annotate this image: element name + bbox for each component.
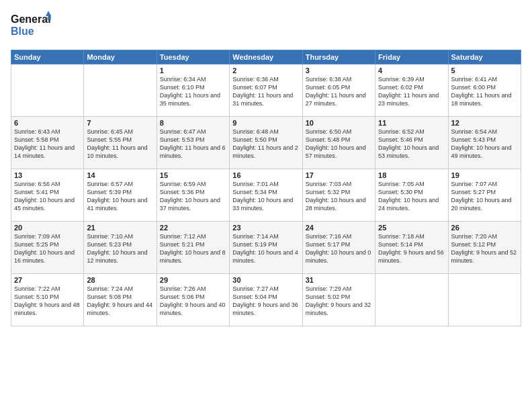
page: General Blue Sunday Monday Tuesday Wedne… xyxy=(0,0,532,411)
col-saturday: Saturday xyxy=(448,50,521,64)
day-info: Sunrise: 7:01 AMSunset: 5:34 PMDaylight:… xyxy=(232,180,299,213)
col-monday: Monday xyxy=(84,50,157,64)
day-cell: 4Sunrise: 6:39 AMSunset: 6:02 PMDaylight… xyxy=(375,64,448,117)
day-cell: 11Sunrise: 6:52 AMSunset: 5:46 PMDayligh… xyxy=(375,117,448,169)
day-cell: 7Sunrise: 6:45 AMSunset: 5:55 PMDaylight… xyxy=(84,117,157,169)
day-info: Sunrise: 6:54 AMSunset: 5:43 PMDaylight:… xyxy=(451,128,518,161)
week-row-1: 1Sunrise: 6:34 AMSunset: 6:10 PMDaylight… xyxy=(11,64,521,117)
day-info: Sunrise: 6:41 AMSunset: 6:00 PMDaylight:… xyxy=(451,75,518,108)
day-cell: 9Sunrise: 6:48 AMSunset: 5:50 PMDaylight… xyxy=(230,117,302,169)
day-cell: 15Sunrise: 6:59 AMSunset: 5:36 PMDayligh… xyxy=(157,169,229,222)
day-cell: 31Sunrise: 7:29 AMSunset: 5:02 PMDayligh… xyxy=(302,274,375,326)
day-number: 5 xyxy=(451,66,518,75)
day-info: Sunrise: 7:27 AMSunset: 5:04 PMDaylight:… xyxy=(232,285,299,318)
calendar-table: Sunday Monday Tuesday Wednesday Thursday… xyxy=(11,50,521,326)
day-cell: 28Sunrise: 7:24 AMSunset: 5:08 PMDayligh… xyxy=(84,274,157,326)
day-info: Sunrise: 6:50 AMSunset: 5:48 PMDaylight:… xyxy=(306,128,372,161)
day-cell: 13Sunrise: 6:56 AMSunset: 5:41 PMDayligh… xyxy=(11,169,84,222)
header: General Blue xyxy=(11,11,521,43)
day-number: 30 xyxy=(232,276,299,284)
header-row: Sunday Monday Tuesday Wednesday Thursday… xyxy=(11,50,521,64)
day-cell: 17Sunrise: 7:03 AMSunset: 5:32 PMDayligh… xyxy=(302,169,375,222)
day-info: Sunrise: 6:57 AMSunset: 5:39 PMDaylight:… xyxy=(87,180,153,213)
day-number: 23 xyxy=(232,224,299,232)
day-number: 12 xyxy=(451,119,518,127)
day-number: 24 xyxy=(306,224,372,232)
col-wednesday: Wednesday xyxy=(230,50,302,64)
logo-icon: General Blue xyxy=(11,11,51,40)
day-info: Sunrise: 7:18 AMSunset: 5:14 PMDaylight:… xyxy=(378,232,445,265)
week-row-3: 13Sunrise: 6:56 AMSunset: 5:41 PMDayligh… xyxy=(11,169,521,222)
day-cell: 23Sunrise: 7:14 AMSunset: 5:19 PMDayligh… xyxy=(230,222,302,274)
day-info: Sunrise: 6:56 AMSunset: 5:41 PMDaylight:… xyxy=(14,180,81,213)
week-row-4: 20Sunrise: 7:09 AMSunset: 5:25 PMDayligh… xyxy=(11,222,521,274)
day-cell: 10Sunrise: 6:50 AMSunset: 5:48 PMDayligh… xyxy=(302,117,375,169)
day-number: 25 xyxy=(378,224,445,232)
day-cell: 6Sunrise: 6:43 AMSunset: 5:58 PMDaylight… xyxy=(11,117,84,169)
day-info: Sunrise: 7:12 AMSunset: 5:21 PMDaylight:… xyxy=(160,232,226,265)
day-cell: 30Sunrise: 7:27 AMSunset: 5:04 PMDayligh… xyxy=(230,274,302,326)
day-info: Sunrise: 7:14 AMSunset: 5:19 PMDaylight:… xyxy=(232,232,299,265)
day-number: 17 xyxy=(306,171,372,179)
day-cell: 12Sunrise: 6:54 AMSunset: 5:43 PMDayligh… xyxy=(448,117,521,169)
day-cell xyxy=(84,64,157,117)
day-cell: 21Sunrise: 7:10 AMSunset: 5:23 PMDayligh… xyxy=(84,222,157,274)
day-cell: 24Sunrise: 7:16 AMSunset: 5:17 PMDayligh… xyxy=(302,222,375,274)
day-number: 8 xyxy=(160,119,226,127)
day-cell: 1Sunrise: 6:34 AMSunset: 6:10 PMDaylight… xyxy=(157,64,229,117)
day-number: 26 xyxy=(451,224,518,232)
day-info: Sunrise: 7:20 AMSunset: 5:12 PMDaylight:… xyxy=(451,232,518,265)
day-number: 2 xyxy=(232,66,299,75)
day-number: 16 xyxy=(232,171,299,179)
day-cell: 16Sunrise: 7:01 AMSunset: 5:34 PMDayligh… xyxy=(230,169,302,222)
day-info: Sunrise: 7:09 AMSunset: 5:25 PMDaylight:… xyxy=(14,232,81,265)
day-cell: 5Sunrise: 6:41 AMSunset: 6:00 PMDaylight… xyxy=(448,64,521,117)
day-cell: 8Sunrise: 6:47 AMSunset: 5:53 PMDaylight… xyxy=(157,117,229,169)
day-number: 22 xyxy=(160,224,226,232)
day-number: 13 xyxy=(14,171,81,179)
day-info: Sunrise: 6:38 AMSunset: 6:05 PMDaylight:… xyxy=(306,75,372,108)
day-number: 19 xyxy=(451,171,518,179)
svg-text:Blue: Blue xyxy=(11,26,34,37)
day-cell xyxy=(448,274,521,326)
day-info: Sunrise: 7:10 AMSunset: 5:23 PMDaylight:… xyxy=(87,232,153,265)
day-number: 28 xyxy=(87,276,153,284)
calendar-body: 1Sunrise: 6:34 AMSunset: 6:10 PMDaylight… xyxy=(11,64,521,326)
day-info: Sunrise: 6:59 AMSunset: 5:36 PMDaylight:… xyxy=(160,180,226,213)
logo: General Blue xyxy=(11,11,51,43)
day-number: 3 xyxy=(306,66,372,75)
day-info: Sunrise: 6:47 AMSunset: 5:53 PMDaylight:… xyxy=(160,128,226,161)
col-thursday: Thursday xyxy=(302,50,375,64)
day-number: 31 xyxy=(306,276,372,284)
col-sunday: Sunday xyxy=(11,50,84,64)
day-number: 14 xyxy=(87,171,153,179)
day-info: Sunrise: 7:03 AMSunset: 5:32 PMDaylight:… xyxy=(306,180,372,213)
day-number: 15 xyxy=(160,171,226,179)
day-number: 20 xyxy=(14,224,81,232)
day-number: 21 xyxy=(87,224,153,232)
day-cell xyxy=(375,274,448,326)
day-info: Sunrise: 7:16 AMSunset: 5:17 PMDaylight:… xyxy=(306,232,372,265)
week-row-5: 27Sunrise: 7:22 AMSunset: 5:10 PMDayligh… xyxy=(11,274,521,326)
day-number: 29 xyxy=(160,276,226,284)
day-info: Sunrise: 6:45 AMSunset: 5:55 PMDaylight:… xyxy=(87,128,153,161)
day-cell: 3Sunrise: 6:38 AMSunset: 6:05 PMDaylight… xyxy=(302,64,375,117)
day-info: Sunrise: 6:43 AMSunset: 5:58 PMDaylight:… xyxy=(14,128,81,161)
day-cell: 14Sunrise: 6:57 AMSunset: 5:39 PMDayligh… xyxy=(84,169,157,222)
day-cell: 26Sunrise: 7:20 AMSunset: 5:12 PMDayligh… xyxy=(448,222,521,274)
day-cell: 22Sunrise: 7:12 AMSunset: 5:21 PMDayligh… xyxy=(157,222,229,274)
day-cell: 2Sunrise: 6:36 AMSunset: 6:07 PMDaylight… xyxy=(230,64,302,117)
day-info: Sunrise: 6:34 AMSunset: 6:10 PMDaylight:… xyxy=(160,75,226,108)
day-cell xyxy=(11,64,84,117)
day-number: 7 xyxy=(87,119,153,127)
day-info: Sunrise: 6:48 AMSunset: 5:50 PMDaylight:… xyxy=(232,128,299,161)
day-info: Sunrise: 6:39 AMSunset: 6:02 PMDaylight:… xyxy=(378,75,445,108)
day-cell: 25Sunrise: 7:18 AMSunset: 5:14 PMDayligh… xyxy=(375,222,448,274)
week-row-2: 6Sunrise: 6:43 AMSunset: 5:58 PMDaylight… xyxy=(11,117,521,169)
col-tuesday: Tuesday xyxy=(157,50,229,64)
day-cell: 29Sunrise: 7:26 AMSunset: 5:06 PMDayligh… xyxy=(157,274,229,326)
col-friday: Friday xyxy=(375,50,448,64)
day-number: 9 xyxy=(232,119,299,127)
day-number: 1 xyxy=(160,66,226,75)
day-cell: 19Sunrise: 7:07 AMSunset: 5:27 PMDayligh… xyxy=(448,169,521,222)
